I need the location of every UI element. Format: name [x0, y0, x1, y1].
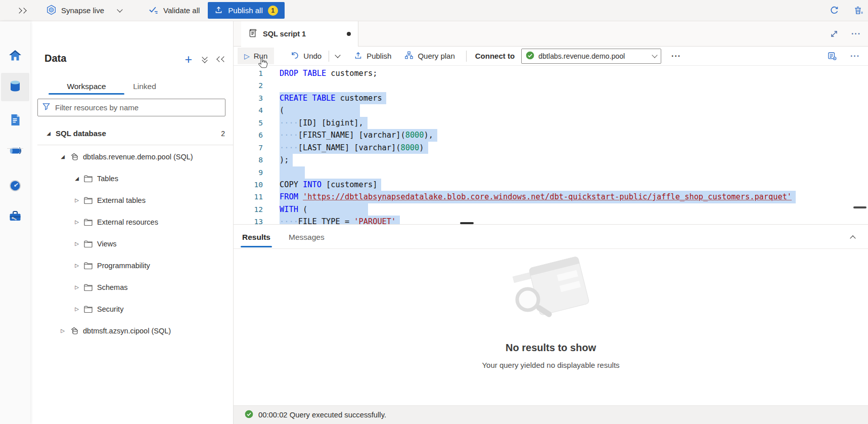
code-line-9[interactable]: 9 — [234, 166, 868, 179]
database-icon — [8, 79, 22, 95]
nav-item-integrate[interactable] — [1, 138, 29, 166]
nav-item-home[interactable] — [1, 43, 29, 71]
line-number: 10 — [234, 179, 263, 191]
tree-item-sql-database[interactable]: ◢SQL database2 — [30, 122, 233, 144]
code-line-4[interactable]: 4( — [234, 104, 868, 116]
selection-highlight: ····[LAST_NAME] [varchar](8000) — [280, 142, 428, 154]
tab-label: SQL script 1 — [263, 30, 306, 38]
toolbar-divider — [466, 51, 467, 62]
tree-item-label: SQL database — [56, 129, 106, 138]
tree-item-label: dbtmsft.azsyn.cipool (SQL) — [83, 327, 171, 335]
code-line-3[interactable]: 3CREATE TABLE customers — [234, 92, 868, 104]
code-line-7[interactable]: 7····[LAST_NAME] [varchar](8000) — [234, 142, 868, 154]
code-token-pl: COPY — [280, 180, 303, 189]
code-token-ws: ···· — [280, 217, 298, 224]
tree-item-views[interactable]: ▷Views — [30, 233, 233, 255]
tree-expand-arrow[interactable]: ▷ — [74, 306, 80, 312]
code-line-12[interactable]: 12WITH ( — [234, 203, 868, 216]
tree-collapse-arrow[interactable]: ◢ — [45, 131, 52, 136]
tree-item-external-resources[interactable]: ▷External resources — [30, 211, 233, 233]
code-line-13[interactable]: 13····FILE_TYPE = 'PARQUET' — [234, 216, 868, 224]
validate-all-button[interactable]: Validate all — [148, 5, 200, 16]
discard-trash-icon[interactable] — [853, 6, 863, 15]
query-plan-button[interactable]: Query plan — [404, 51, 454, 61]
tab-sql-script-1[interactable]: SQL script 1 — [241, 21, 358, 47]
line-number: 3 — [234, 92, 263, 104]
line-number: 5 — [234, 117, 263, 129]
undo-button[interactable]: Undo — [290, 51, 322, 61]
mode-selector[interactable]: Synapse live — [46, 5, 122, 17]
publish-count-badge: 1 — [268, 6, 278, 16]
code-line-8[interactable]: 8); — [234, 154, 868, 166]
connect-to-label: Connect to — [475, 52, 515, 60]
code-token-url: 'https://dbtlabsynapsedatalake.blob.core… — [303, 192, 792, 201]
tree-expand-arrow[interactable]: ▷ — [74, 219, 80, 225]
tab-linked[interactable]: Linked — [124, 78, 165, 95]
tree-collapse-arrow[interactable]: ◢ — [74, 176, 80, 181]
editor-pane: SQL script 1 ··· ▷ Run Undo — [234, 21, 868, 424]
filter-resources-input[interactable] — [54, 103, 220, 112]
synapse-hexagon-icon — [46, 5, 57, 17]
tab-workspace[interactable]: Workspace — [49, 78, 124, 95]
line-number: 6 — [234, 129, 263, 141]
tree-expand-arrow[interactable]: ▷ — [60, 328, 66, 333]
query-status-bar: 00:00:02 Query executed successfully. — [234, 405, 868, 424]
expand-editor-icon[interactable] — [830, 30, 838, 38]
toolbar-more-icon[interactable]: ··· — [671, 52, 681, 61]
scrollbar-thumb[interactable] — [853, 206, 866, 208]
tree-collapse-arrow[interactable]: ◢ — [60, 154, 66, 159]
tree-item-dbtmsft-azsyn-cipool-sql[interactable]: ▷dbtmsft.azsyn.cipool (SQL) — [30, 320, 233, 342]
tree-item-tables[interactable]: ◢Tables — [30, 167, 233, 189]
code-token-ws: ···· — [280, 143, 298, 152]
tree-expand-arrow[interactable]: ▷ — [74, 263, 80, 268]
code-line-11[interactable]: 11FROM 'https://dbtlabsynapsedatalake.bl… — [234, 191, 868, 203]
success-check-icon — [245, 410, 253, 420]
nav-item-manage[interactable] — [1, 203, 29, 231]
tree-expand-arrow[interactable]: ▷ — [74, 241, 80, 246]
nav-item-data[interactable] — [1, 73, 29, 101]
tree-expand-arrow[interactable]: ▷ — [74, 197, 80, 203]
home-icon — [8, 49, 22, 65]
code-token-pl: customers — [336, 94, 382, 103]
tree-expand-arrow[interactable]: ▷ — [74, 284, 80, 290]
editor-more-actions-icon[interactable]: ··· — [850, 52, 860, 61]
magnifier-card-illustration — [496, 253, 605, 329]
code-line-6[interactable]: 6····[FIRST_NAME] [varchar](8000), — [234, 129, 868, 141]
nav-item-monitor[interactable] — [1, 173, 29, 201]
sql-code-editor[interactable]: 1DROP TABLE customers;23CREATE TABLE cus… — [234, 66, 868, 224]
folder-icon — [84, 197, 93, 204]
collapse-panel-icon[interactable] — [217, 57, 226, 61]
publish-upload-icon — [214, 6, 223, 16]
code-line-10[interactable]: 10COPY INTO [customers] — [234, 179, 868, 191]
code-line-5[interactable]: 5····[ID] [bigint], — [234, 117, 868, 129]
view-settings-icon[interactable] — [827, 52, 837, 61]
publish-button[interactable]: Publish — [354, 51, 391, 61]
tree-item-schemas[interactable]: ▷Schemas — [30, 276, 233, 298]
tree-item-security[interactable]: ▷Security — [30, 298, 233, 320]
tab-more-actions-icon[interactable]: ··· — [851, 29, 861, 38]
tree-item-label: dbtlabs.revenue.demo.pool (SQL) — [83, 153, 193, 161]
code-token-pl: ), — [424, 131, 433, 140]
code-line-1[interactable]: 1DROP TABLE customers; — [234, 67, 868, 79]
tab-results[interactable]: Results — [241, 233, 272, 248]
status-message: 00:00:02 Query executed successfully. — [258, 411, 386, 419]
nav-divider — [7, 148, 23, 149]
tree-item-programmability[interactable]: ▷Programmability — [30, 255, 233, 276]
sql-pool-icon — [70, 152, 79, 161]
undo-dropdown-chevron-icon[interactable] — [336, 55, 340, 57]
publish-all-button[interactable]: Publish all 1 — [208, 2, 284, 19]
tab-messages[interactable]: Messages — [287, 233, 326, 248]
selection-highlight: WITH ( — [280, 203, 368, 216]
double-chevron-down-icon[interactable] — [203, 57, 207, 62]
refresh-icon[interactable] — [830, 6, 839, 15]
nav-item-develop[interactable] — [1, 107, 29, 135]
sql-pool-icon — [70, 326, 79, 335]
pool-dropdown[interactable]: dbtlabs.revenue.demo.pool — [521, 49, 661, 64]
add-icon[interactable]: + — [185, 55, 192, 64]
collapse-results-chevron-icon[interactable] — [851, 233, 855, 242]
double-chevron-right-icon[interactable] — [17, 9, 26, 13]
code-line-2[interactable]: 2 — [234, 79, 868, 92]
tree-item-dbtlabs-revenue-demo-pool-sql[interactable]: ◢dbtlabs.revenue.demo.pool (SQL) — [30, 146, 233, 167]
run-button[interactable]: ▷ Run — [238, 48, 274, 64]
tree-item-external-tables[interactable]: ▷External tables — [30, 189, 233, 211]
